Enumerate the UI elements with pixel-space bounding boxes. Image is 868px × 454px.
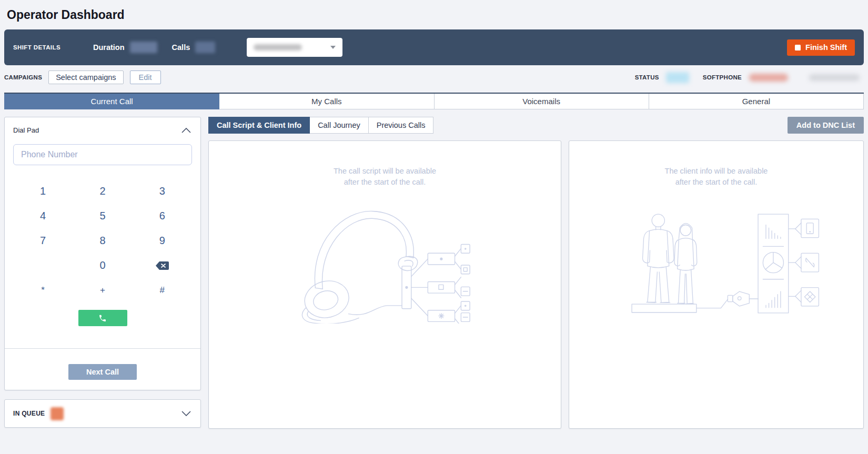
calls-label: Calls <box>172 43 190 52</box>
subtab-call-script-client-info[interactable]: Call Script & Client Info <box>208 117 310 134</box>
phone-number-input[interactable] <box>13 144 192 165</box>
chevron-down-icon <box>330 46 336 49</box>
subtab-previous-calls[interactable]: Previous Calls <box>369 117 434 134</box>
backspace-icon <box>155 261 169 270</box>
call-subtab-bar: Call Script & Client Info Call Journey P… <box>208 117 561 134</box>
dial-pad-title: Dial Pad <box>13 126 39 134</box>
key-1[interactable]: 1 <box>13 179 73 204</box>
key-star[interactable]: * <box>13 278 73 302</box>
key-0[interactable]: 0 <box>73 253 132 278</box>
clients-illustration <box>611 204 822 324</box>
select-campaigns-button[interactable]: Select campaigns <box>48 70 123 84</box>
subtab-call-journey[interactable]: Call Journey <box>310 117 369 134</box>
queue-count-badge-redacted <box>51 407 64 420</box>
selected-option-redacted <box>254 44 302 51</box>
shift-details-label: SHIFT DETAILS <box>13 44 60 51</box>
collapse-dialpad-button[interactable] <box>180 127 192 134</box>
finish-shift-button[interactable]: Finish Shift <box>787 39 855 56</box>
key-9[interactable]: 9 <box>133 228 192 253</box>
softphone-label: SOFTPHONE <box>703 74 742 80</box>
expand-queue-button[interactable] <box>180 410 192 417</box>
call-button[interactable] <box>78 310 127 326</box>
softphone-number-redacted <box>809 74 860 81</box>
tab-current-call[interactable]: Current Call <box>4 94 219 109</box>
main-tab-bar: Current Call My Calls Voicemails General <box>4 93 864 109</box>
key-8[interactable]: 8 <box>73 228 132 253</box>
key-hash[interactable]: # <box>133 278 192 302</box>
campaigns-row: CAMPAIGNS Select campaigns Edit STATUS S… <box>4 65 864 89</box>
finish-shift-label: Finish Shift <box>805 43 847 52</box>
calls-value-redacted <box>195 42 215 53</box>
duration-value-redacted <box>130 42 157 53</box>
shift-details-bar: SHIFT DETAILS Duration Calls Finish Shif… <box>4 29 864 65</box>
dial-keypad: 1 2 3 4 5 6 7 8 9 0 * + # <box>13 179 192 302</box>
next-call-button[interactable]: Next Call <box>68 364 137 380</box>
phone-icon <box>98 314 107 322</box>
key-7[interactable]: 7 <box>13 228 73 253</box>
shift-status-select[interactable] <box>247 38 342 57</box>
status-label: STATUS <box>635 74 659 80</box>
client-info-panel: The client info will be available after … <box>569 140 864 429</box>
call-script-empty-line1: The call script will be available <box>209 166 561 177</box>
key-plus[interactable]: + <box>73 278 132 302</box>
duration-label: Duration <box>93 43 125 52</box>
client-info-empty-line2: after the start of the call. <box>569 177 863 188</box>
edit-campaigns-button[interactable]: Edit <box>130 70 161 84</box>
key-6[interactable]: 6 <box>133 204 192 228</box>
call-script-empty-line2: after the start of the call. <box>209 177 561 188</box>
divider <box>5 348 200 349</box>
call-script-panel: The call script will be available after … <box>208 140 561 429</box>
page-title: Operator Dashboard <box>0 0 868 29</box>
keypad-spacer <box>13 253 73 278</box>
tab-voicemails[interactable]: Voicemails <box>435 94 649 109</box>
tab-general[interactable]: General <box>649 94 864 109</box>
shift-calls-metric: Calls <box>172 42 216 53</box>
tab-my-calls[interactable]: My Calls <box>219 94 434 109</box>
key-5[interactable]: 5 <box>73 204 132 228</box>
headset-illustration <box>296 204 475 324</box>
shift-duration-metric: Duration <box>93 42 157 53</box>
dial-pad-panel: Dial Pad 1 2 3 4 5 6 7 8 9 0 <box>4 117 201 390</box>
key-3[interactable]: 3 <box>133 179 192 204</box>
key-2[interactable]: 2 <box>73 179 132 204</box>
stop-icon <box>795 45 801 51</box>
add-to-dnc-button[interactable]: Add to DNC List <box>788 117 864 134</box>
key-backspace[interactable] <box>133 253 192 278</box>
client-info-empty-line1: The client info will be available <box>569 166 863 177</box>
campaigns-label: CAMPAIGNS <box>4 74 42 80</box>
in-queue-panel: IN QUEUE <box>4 399 201 428</box>
softphone-status-redacted <box>749 74 788 82</box>
agent-status-area: STATUS SOFTPHONE <box>635 72 864 83</box>
chevron-down-icon <box>181 411 191 416</box>
in-queue-label: IN QUEUE <box>13 410 45 417</box>
status-badge-redacted <box>666 72 689 83</box>
key-4[interactable]: 4 <box>13 204 73 228</box>
chevron-up-icon <box>181 128 191 133</box>
